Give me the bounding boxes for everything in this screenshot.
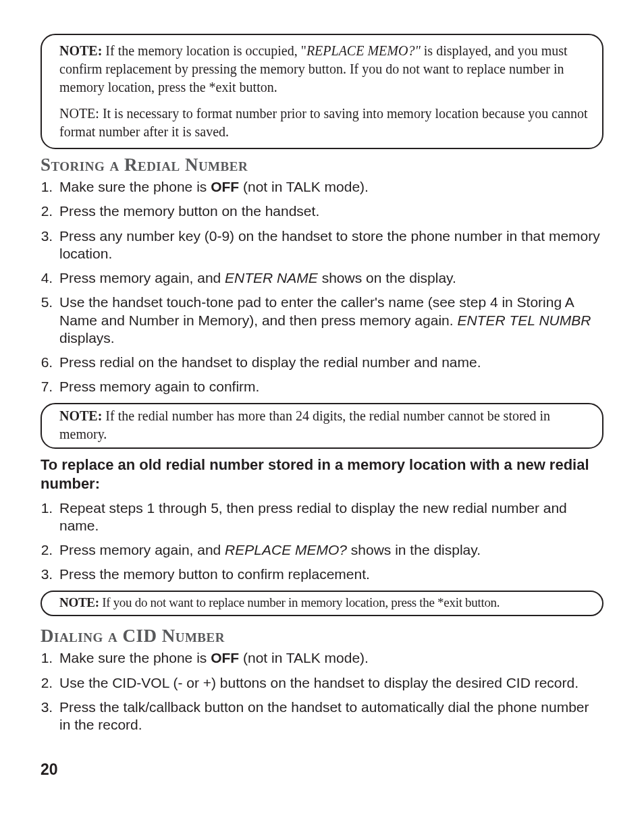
note-italic: REPLACE MEMO?" bbox=[306, 43, 421, 58]
item-text: (not in TALK mode). bbox=[239, 650, 369, 665]
item-text: shows on the display. bbox=[318, 270, 456, 285]
storing-redial-list: Make sure the phone is OFF (not in TALK … bbox=[41, 178, 603, 396]
item-text: displays. bbox=[59, 330, 115, 346]
subhead-replace-redial: To replace an old redial number stored i… bbox=[41, 456, 603, 494]
list-item: Make sure the phone is OFF (not in TALK … bbox=[57, 649, 603, 667]
list-item: Press memory again, and ENTER NAME shows… bbox=[57, 269, 603, 287]
note-box-top: NOTE: If the memory location is occupied… bbox=[41, 34, 603, 149]
list-item: Use the CID-VOL (- or +) buttons on the … bbox=[57, 674, 603, 692]
item-text: Make sure the phone is bbox=[59, 179, 211, 194]
list-item: Make sure the phone is OFF (not in TALK … bbox=[57, 178, 603, 196]
section-heading-storing-redial: Storing a Redial Number bbox=[41, 155, 603, 175]
list-item: Press redial on the handset to display t… bbox=[57, 354, 603, 371]
item-text: Press memory again, and bbox=[59, 270, 225, 285]
item-text: shows in the display. bbox=[347, 542, 481, 557]
list-item: Repeat steps 1 through 5, then press red… bbox=[57, 499, 603, 535]
note-label: NOTE: bbox=[59, 408, 102, 423]
note-text: If the redial number has more than 24 di… bbox=[59, 408, 550, 441]
note-bottom-p: NOTE: If you do not want to replace numb… bbox=[59, 595, 590, 611]
note-label: NOTE: bbox=[59, 595, 99, 609]
note-text: If you do not want to replace number in … bbox=[99, 595, 500, 609]
item-italic: ENTER TEL NUMBR bbox=[457, 312, 591, 328]
item-text: Make sure the phone is bbox=[59, 650, 211, 665]
page-number: 20 bbox=[41, 761, 603, 779]
list-item: Press the memory button to confirm repla… bbox=[57, 566, 603, 583]
list-item: Use the handset touch-tone pad to enter … bbox=[57, 294, 603, 347]
item-text: (not in TALK mode). bbox=[239, 179, 369, 194]
list-item: Press memory again, and REPLACE MEMO? sh… bbox=[57, 541, 603, 559]
item-text: Press memory again, and bbox=[59, 542, 225, 557]
list-item: Press any number key (0-9) on the handse… bbox=[57, 227, 603, 263]
list-item: Press the memory button on the handset. bbox=[57, 202, 603, 220]
dialing-cid-list: Make sure the phone is OFF (not in TALK … bbox=[41, 649, 603, 734]
item-bold: OFF bbox=[211, 179, 239, 194]
note-text: If the memory location is occupied, " bbox=[102, 43, 306, 58]
note-label: NOTE: bbox=[59, 43, 102, 58]
section-heading-dialing-cid: Dialing a CID Number bbox=[41, 626, 603, 647]
item-bold: OFF bbox=[211, 650, 239, 665]
note-box-mid: NOTE: If the redial number has more than… bbox=[41, 403, 603, 449]
item-italic: REPLACE MEMO? bbox=[225, 542, 347, 557]
note-top-p1: NOTE: If the memory location is occupied… bbox=[59, 42, 589, 97]
note-box-bottom: NOTE: If you do not want to replace numb… bbox=[41, 591, 603, 617]
note-top-p2: NOTE: It is necessary to format number p… bbox=[59, 105, 589, 141]
note-mid-p: NOTE: If the redial number has more than… bbox=[59, 407, 589, 443]
replace-redial-list: Repeat steps 1 through 5, then press red… bbox=[41, 499, 603, 584]
item-italic: ENTER NAME bbox=[225, 270, 318, 285]
list-item: Press memory again to confirm. bbox=[57, 378, 603, 395]
list-item: Press the talk/callback button on the ha… bbox=[57, 699, 603, 734]
